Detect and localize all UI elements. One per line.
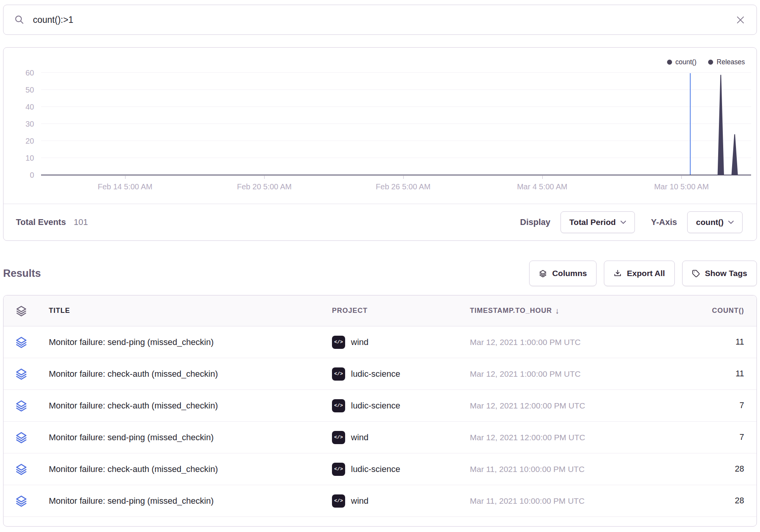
event-stack-icon[interactable] bbox=[3, 400, 39, 412]
project-platform-icon: </> bbox=[332, 463, 345, 476]
timestamp-value: Mar 12, 2021 1:00:00 PM UTC bbox=[470, 369, 581, 378]
chart-canvas[interactable] bbox=[41, 73, 751, 175]
gridline bbox=[41, 72, 751, 73]
event-title[interactable]: Monitor failure: send-ping (missed_check… bbox=[49, 496, 214, 506]
total-events-label: Total Events bbox=[16, 217, 66, 227]
stack-column-icon bbox=[3, 305, 39, 317]
column-header-timestamp[interactable]: TIMESTAMP.TO_HOUR ↓ bbox=[470, 306, 640, 316]
legend-item-count[interactable]: count() bbox=[667, 58, 696, 66]
results-heading: Results bbox=[3, 268, 41, 280]
project-platform-icon: </> bbox=[332, 336, 345, 349]
event-stack-icon[interactable] bbox=[3, 431, 39, 444]
x-axis-tick bbox=[542, 176, 543, 179]
timestamp-value: Mar 12, 2021 12:00:00 PM UTC bbox=[470, 433, 585, 442]
chart-legend: count()Releases bbox=[667, 58, 745, 66]
table-row[interactable]: Monitor failure: send-ping (missed_check… bbox=[3, 326, 757, 358]
y-axis-dropdown-value: count() bbox=[696, 218, 724, 227]
display-dropdown[interactable]: Total Period bbox=[561, 211, 635, 233]
table-row[interactable]: Monitor failure: check-auth (missed_chec… bbox=[3, 358, 757, 390]
event-title[interactable]: Monitor failure: send-ping (missed_check… bbox=[49, 337, 214, 347]
results-header-row: Results Columns Export All Show Tags bbox=[3, 260, 757, 287]
table-row[interactable]: Monitor failure: send-ping (missed_check… bbox=[3, 485, 757, 517]
x-axis-tick-label: Feb 26 5:00 AM bbox=[357, 182, 450, 191]
column-header-project[interactable]: PROJECT bbox=[330, 307, 470, 315]
event-title[interactable]: Monitor failure: check-auth (missed_chec… bbox=[49, 464, 218, 474]
y-axis-tick-label: 40 bbox=[11, 103, 34, 111]
event-stack-icon[interactable] bbox=[3, 368, 39, 380]
column-header-title[interactable]: TITLE bbox=[39, 307, 330, 315]
total-events-value: 101 bbox=[74, 217, 88, 227]
columns-button[interactable]: Columns bbox=[529, 261, 597, 286]
column-header-count[interactable]: COUNT() bbox=[640, 307, 757, 315]
y-axis-tick-label: 10 bbox=[11, 154, 34, 162]
project-name[interactable]: wind bbox=[351, 337, 368, 347]
results-table: TITLE PROJECT TIMESTAMP.TO_HOUR ↓ COUNT(… bbox=[3, 295, 757, 527]
events-chart-panel: count()Releases 0102030405060Feb 14 5:00… bbox=[3, 47, 757, 241]
show-tags-button[interactable]: Show Tags bbox=[682, 261, 757, 286]
legend-label: Releases bbox=[717, 58, 745, 66]
table-body: Monitor failure: send-ping (missed_check… bbox=[3, 326, 757, 517]
chevron-down-icon bbox=[621, 221, 626, 224]
display-label: Display bbox=[520, 217, 550, 227]
project-name[interactable]: wind bbox=[351, 496, 368, 506]
search-input[interactable]: count():>1 bbox=[33, 15, 735, 25]
columns-icon bbox=[539, 269, 547, 278]
project-platform-icon: </> bbox=[332, 367, 345, 381]
project-name[interactable]: ludic-science bbox=[351, 464, 400, 474]
timestamp-value: Mar 11, 2021 10:00:00 PM UTC bbox=[470, 496, 585, 505]
table-row[interactable]: Monitor failure: check-auth (missed_chec… bbox=[3, 453, 757, 485]
legend-label: count() bbox=[676, 58, 696, 66]
event-title[interactable]: Monitor failure: send-ping (missed_check… bbox=[49, 432, 214, 442]
x-axis-tick-label: Mar 10 5:00 AM bbox=[635, 182, 728, 191]
x-axis-tick bbox=[125, 176, 126, 179]
y-axis-dropdown[interactable]: count() bbox=[687, 211, 743, 233]
project-name[interactable]: wind bbox=[351, 432, 368, 443]
table-row[interactable]: Monitor failure: check-auth (missed_chec… bbox=[3, 390, 757, 422]
project-name[interactable]: ludic-science bbox=[351, 401, 400, 411]
count-value: 7 bbox=[739, 401, 744, 410]
legend-item-releases[interactable]: Releases bbox=[708, 58, 745, 66]
x-axis-tick-label: Feb 14 5:00 AM bbox=[79, 182, 172, 191]
timestamp-value: Mar 11, 2021 10:00:00 PM UTC bbox=[470, 465, 585, 474]
x-axis-tick bbox=[403, 176, 404, 179]
y-axis-tick-label: 20 bbox=[11, 137, 34, 145]
count-value: 28 bbox=[735, 496, 744, 505]
plot-area[interactable]: 0102030405060Feb 14 5:00 AMFeb 20 5:00 A… bbox=[41, 73, 751, 175]
count-value: 11 bbox=[736, 337, 744, 347]
x-axis-tick bbox=[264, 176, 265, 179]
y-axis-tick-label: 0 bbox=[11, 171, 34, 179]
project-platform-icon: </> bbox=[332, 494, 345, 508]
chart-footer: Total Events 101 Display Total Period Y-… bbox=[3, 204, 757, 240]
show-tags-button-label: Show Tags bbox=[705, 269, 747, 278]
chevron-down-icon bbox=[728, 221, 734, 224]
search-icon bbox=[14, 15, 24, 25]
count-value: 28 bbox=[735, 464, 744, 474]
event-stack-icon[interactable] bbox=[3, 495, 39, 507]
clear-search-icon[interactable] bbox=[735, 15, 746, 25]
discover-page: count():>1 count()Releases 0102030405060… bbox=[0, 0, 760, 532]
count-value: 11 bbox=[736, 369, 744, 378]
x-axis-tick-label: Feb 20 5:00 AM bbox=[218, 182, 311, 191]
timestamp-header-label: TIMESTAMP.TO_HOUR bbox=[470, 307, 552, 315]
legend-dot-icon bbox=[708, 60, 713, 65]
table-row[interactable]: Monitor failure: send-ping (missed_check… bbox=[3, 422, 757, 453]
display-dropdown-value: Total Period bbox=[569, 218, 616, 227]
table-header-row: TITLE PROJECT TIMESTAMP.TO_HOUR ↓ COUNT(… bbox=[3, 295, 757, 326]
x-axis-tick bbox=[681, 176, 682, 179]
y-axis-tick-label: 30 bbox=[11, 120, 34, 128]
x-axis-tick-label: Mar 4 5:00 AM bbox=[496, 182, 589, 191]
count-series-area bbox=[41, 75, 751, 175]
event-title[interactable]: Monitor failure: check-auth (missed_chec… bbox=[49, 369, 218, 379]
event-title[interactable]: Monitor failure: check-auth (missed_chec… bbox=[49, 401, 218, 410]
count-value: 7 bbox=[739, 432, 744, 442]
project-platform-icon: </> bbox=[332, 399, 345, 412]
project-name[interactable]: ludic-science bbox=[351, 369, 400, 379]
export-all-button-label: Export All bbox=[627, 269, 665, 278]
export-all-button[interactable]: Export All bbox=[604, 261, 674, 286]
event-stack-icon[interactable] bbox=[3, 336, 39, 348]
search-bar[interactable]: count():>1 bbox=[3, 5, 757, 35]
timestamp-value: Mar 12, 2021 1:00:00 PM UTC bbox=[470, 338, 581, 347]
sort-desc-icon[interactable]: ↓ bbox=[555, 306, 560, 316]
event-stack-icon[interactable] bbox=[3, 463, 39, 475]
timestamp-value: Mar 12, 2021 12:00:00 PM UTC bbox=[470, 401, 585, 410]
